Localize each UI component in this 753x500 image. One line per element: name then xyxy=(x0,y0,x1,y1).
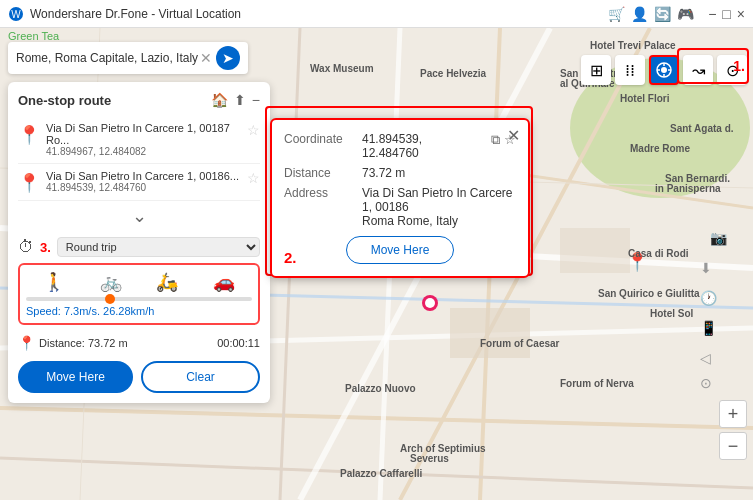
map-label-hotel-trevi: Hotel Trevi Palace xyxy=(590,40,676,51)
home-icon[interactable]: 🏠 xyxy=(211,92,228,108)
round-trip-select[interactable]: Round trip xyxy=(57,237,260,257)
popup-coord-value: 41.894539, 12.484760 xyxy=(362,132,479,160)
teleport-icon-btn[interactable] xyxy=(649,55,679,85)
close-btn[interactable]: × xyxy=(737,6,745,22)
title-bar-text: Wondershare Dr.Fone - Virtual Location xyxy=(30,7,608,21)
left-panel: One-stop route 🏠 ⬆ − 📍 Via Di San Pietro… xyxy=(8,82,270,403)
user-icon[interactable]: 👤 xyxy=(631,6,648,22)
right-toolbar: ⊞ ⁞⁞ ↝ ⊙ xyxy=(581,55,747,85)
speed-box: 🚶 🚲 🛵 🚗 Speed: 7.3m/s. 26.28km/h xyxy=(18,263,260,325)
origin-name: Via Di San Pietro In Carcere 1, 00187 Ro… xyxy=(46,122,241,146)
export-icon[interactable]: ⬆ xyxy=(234,92,246,108)
dest-name: Via Di San Pietro In Carcere 1, 00186... xyxy=(46,170,241,182)
minimize-panel-icon[interactable]: − xyxy=(252,92,260,108)
label-3: 3. xyxy=(40,240,51,255)
speed-text: Speed: 7.3m/s. 26.28km/h xyxy=(26,305,252,317)
popup-row-coordinate: Coordinate 41.894539, 12.484760 ⧉ ☆ xyxy=(284,132,516,160)
origin-dot: 📍 xyxy=(18,124,40,146)
map-label-pace: Pace Helvezia xyxy=(420,68,486,79)
popup-addr-label: Address xyxy=(284,186,354,200)
timer-row: ⏱ 3. Round trip xyxy=(18,237,260,257)
popup-dist-label: Distance xyxy=(284,166,354,180)
panel-title: One-stop route xyxy=(18,93,111,108)
bottom-buttons: Move Here Clear xyxy=(18,361,260,393)
search-bar: Rome, Roma Capitale, Lazio, Italy ✕ ➤ xyxy=(8,42,248,74)
popup-dist-value: 73.72 m xyxy=(362,166,516,180)
popup-move-here-button[interactable]: Move Here xyxy=(346,236,455,264)
search-go-button[interactable]: ➤ xyxy=(216,46,240,70)
refresh-icon[interactable]: 🔄 xyxy=(654,6,671,22)
chevron-row: ⌄ xyxy=(18,201,260,231)
popup-coord-label: Coordinate xyxy=(284,132,354,160)
bike-icon[interactable]: 🚲 xyxy=(100,271,122,293)
green-tea-label: Green Tea xyxy=(8,30,59,42)
dots-icon-btn[interactable]: ⁞⁞ xyxy=(615,55,645,85)
cart-icon[interactable]: 🛒 xyxy=(608,6,625,22)
map-label-san-quirico: San Quirico e Giulitta xyxy=(598,288,700,299)
map-label-sant-agata: Sant Agata d. xyxy=(670,123,734,134)
svg-text:📱: 📱 xyxy=(700,320,718,337)
speed-thumb xyxy=(105,294,115,304)
svg-text:🕐: 🕐 xyxy=(700,290,718,307)
search-text: Rome, Roma Capitale, Lazio, Italy xyxy=(16,51,200,65)
move-here-button[interactable]: Move Here xyxy=(18,361,133,393)
map-label-casa-rodi: Casa di Rodi xyxy=(628,248,689,259)
zoom-in-button[interactable]: + xyxy=(719,400,747,428)
search-clear-icon[interactable]: ✕ xyxy=(200,50,212,66)
copy-icon[interactable]: ⧉ xyxy=(491,132,500,160)
map-label-wax: Wax Museum xyxy=(310,63,374,74)
svg-point-30 xyxy=(661,67,667,73)
svg-text:⬇: ⬇ xyxy=(700,260,712,276)
timer-icon: ⏱ xyxy=(18,238,34,256)
grid-icon-btn[interactable]: ⊞ xyxy=(581,55,611,85)
star-icon-origin[interactable]: ☆ xyxy=(247,122,260,138)
minimize-btn[interactable]: − xyxy=(708,6,716,22)
game-icon[interactable]: 🎮 xyxy=(677,6,694,22)
speed-slider[interactable] xyxy=(26,297,252,301)
info-row-distance: 📍 Distance: 73.72 m 00:00:11 xyxy=(18,331,260,355)
map-label-hotel-sol: Hotel Sol xyxy=(650,308,693,319)
label-1: 1. xyxy=(733,58,745,74)
popup-addr-value: Via Di San Pietro In Carcere 1, 00186 Ro… xyxy=(362,186,516,228)
clear-button[interactable]: Clear xyxy=(141,361,260,393)
car-icon[interactable]: 🚗 xyxy=(213,271,235,293)
map-label-severus: Severus xyxy=(410,453,449,464)
popup-row-address: Address Via Di San Pietro In Carcere 1, … xyxy=(284,186,516,228)
map-label-forum-nerva: Forum of Nerva xyxy=(560,378,634,389)
panel-header: One-stop route 🏠 ⬆ − xyxy=(18,92,260,108)
svg-text:◁: ◁ xyxy=(700,350,711,366)
svg-text:W: W xyxy=(11,9,21,20)
arrow-right-icon: ➤ xyxy=(222,50,234,66)
label-2: 2. xyxy=(284,249,297,266)
transport-icons-row: 🚶 🚲 🛵 🚗 xyxy=(26,271,252,293)
popup-box: ✕ Coordinate 41.894539, 12.484760 ⧉ ☆ Di… xyxy=(270,118,530,278)
panel-header-icons: 🏠 ⬆ − xyxy=(211,92,260,108)
dest-coords: 41.894539, 12.484760 xyxy=(46,182,241,193)
route-info-origin: Via Di San Pietro In Carcere 1, 00187 Ro… xyxy=(46,122,241,157)
chevron-down-icon: ⌄ xyxy=(132,206,147,226)
svg-text:📷: 📷 xyxy=(710,230,728,247)
route-icon-btn[interactable]: ↝ xyxy=(683,55,713,85)
map-label-forum-caesar: Forum of Caesar xyxy=(480,338,559,349)
map-label-madre: Madre Rome xyxy=(630,143,690,154)
app-icon: W xyxy=(8,6,24,22)
popup-row-distance: Distance 73.72 m xyxy=(284,166,516,180)
transport-section: ⏱ 3. Round trip 🚶 🚲 🛵 🚗 Speed: 7.3m/s. 2… xyxy=(18,237,260,393)
moped-icon[interactable]: 🛵 xyxy=(156,271,178,293)
zoom-out-button[interactable]: − xyxy=(719,432,747,460)
dest-dot: 📍 xyxy=(18,172,40,194)
bottom-right-controls: + − xyxy=(719,400,747,460)
popup-close-button[interactable]: ✕ xyxy=(507,126,520,145)
maximize-btn[interactable]: □ xyxy=(722,6,730,22)
route-item-dest: 📍 Via Di San Pietro In Carcere 1, 00186.… xyxy=(18,164,260,201)
map-label-hotel-flori: Hotel Flori xyxy=(620,93,669,104)
teleport-icon xyxy=(655,61,673,79)
walk-icon[interactable]: 🚶 xyxy=(43,271,65,293)
toolbar-top-row: ⊞ ⁞⁞ ↝ ⊙ xyxy=(581,55,747,85)
svg-text:⊙: ⊙ xyxy=(700,375,712,391)
distance-label: Distance: 73.72 m xyxy=(39,337,217,349)
route-item-origin: 📍 Via Di San Pietro In Carcere 1, 00187 … xyxy=(18,116,260,164)
star-icon-dest[interactable]: ☆ xyxy=(247,170,260,186)
title-bar: W Wondershare Dr.Fone - Virtual Location… xyxy=(0,0,753,28)
svg-rect-14 xyxy=(450,308,530,358)
